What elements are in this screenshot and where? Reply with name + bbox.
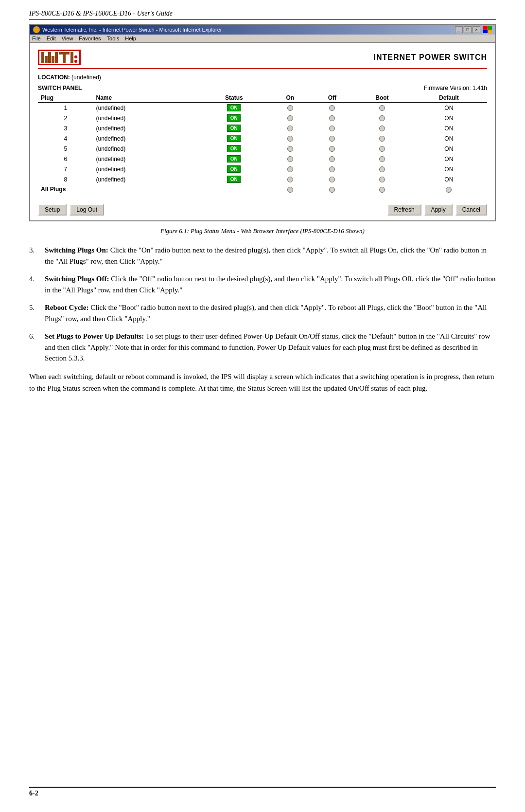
- radio-on-3[interactable]: [287, 126, 293, 131]
- plug-on-2[interactable]: [269, 113, 311, 123]
- radio-boot-7[interactable]: [379, 166, 385, 172]
- plug-off-5[interactable]: [311, 144, 354, 154]
- radio-on-1[interactable]: [287, 105, 293, 111]
- plug-name-2: (undefined): [93, 113, 198, 123]
- radio-on-4[interactable]: [287, 136, 293, 142]
- plug-off-6[interactable]: [311, 154, 354, 164]
- page-footer: 6-2: [29, 787, 496, 797]
- radio-boot-4[interactable]: [379, 136, 385, 142]
- plug-on-8[interactable]: [269, 174, 311, 184]
- radio-on-6[interactable]: [287, 156, 293, 162]
- radio-off-3[interactable]: [329, 126, 335, 131]
- plug-on-1[interactable]: [269, 103, 311, 113]
- setup-button[interactable]: Setup: [38, 204, 67, 216]
- radio-off-4[interactable]: [329, 136, 335, 142]
- table-row: 3 (undefined) ON ON: [38, 123, 487, 133]
- plug-num-8: 8: [38, 174, 93, 184]
- menu-file[interactable]: File: [32, 36, 41, 41]
- refresh-button[interactable]: Refresh: [387, 204, 421, 216]
- close-button[interactable]: ×: [472, 26, 480, 33]
- radio-off-8[interactable]: [329, 177, 335, 182]
- all-plugs-on-radio[interactable]: [287, 187, 293, 193]
- browser-controls: _ □ ×: [455, 26, 492, 33]
- col-header-boot: Boot: [353, 93, 410, 103]
- all-plugs-boot[interactable]: [353, 184, 410, 194]
- plug-name-1: (undefined): [93, 103, 198, 113]
- browser-content: INTERNET POWER SWITCH LOCATION: (undefin…: [30, 43, 495, 201]
- radio-off-5[interactable]: [329, 146, 335, 152]
- radio-off-7[interactable]: [329, 166, 335, 172]
- table-row: 1 (undefined) ON ON: [38, 103, 487, 113]
- all-plugs-on[interactable]: [269, 184, 311, 194]
- radio-boot-6[interactable]: [379, 156, 385, 162]
- page-number: 6-2: [29, 790, 38, 797]
- logo-dots: [74, 54, 77, 63]
- plug-on-5[interactable]: [269, 144, 311, 154]
- plug-on-7[interactable]: [269, 164, 311, 174]
- all-plugs-off[interactable]: [311, 184, 354, 194]
- plug-boot-8[interactable]: [353, 174, 410, 184]
- radio-boot-5[interactable]: [379, 146, 385, 152]
- plug-on-3[interactable]: [269, 123, 311, 133]
- cancel-button[interactable]: Cancel: [455, 204, 487, 216]
- windows-flag-icon: [483, 26, 492, 33]
- plug-off-3[interactable]: [311, 123, 354, 133]
- plug-on-6[interactable]: [269, 154, 311, 164]
- radio-on-2[interactable]: [287, 115, 293, 121]
- plug-num-3: 3: [38, 123, 93, 133]
- all-plugs-row: All Plugs: [38, 184, 487, 194]
- switch-panel-label: SWITCH PANEL: [38, 85, 82, 91]
- ie-icon: [33, 26, 40, 33]
- plug-num-4: 4: [38, 133, 93, 144]
- menu-view[interactable]: View: [62, 36, 73, 41]
- maximize-button[interactable]: □: [464, 26, 472, 33]
- plug-num-5: 5: [38, 144, 93, 154]
- radio-on-7[interactable]: [287, 166, 293, 172]
- plug-name-7: (undefined): [93, 164, 198, 174]
- table-row: 7 (undefined) ON ON: [38, 164, 487, 174]
- plug-default-4: ON: [411, 133, 487, 144]
- menu-tools[interactable]: Tools: [107, 36, 120, 41]
- radio-off-2[interactable]: [329, 115, 335, 121]
- status-badge-8: ON: [227, 176, 241, 183]
- radio-boot-3[interactable]: [379, 126, 385, 131]
- status-badge-7: ON: [227, 165, 241, 173]
- list-item-6: 6. Set Plugs to Power Up Defaults: To se…: [29, 331, 496, 364]
- plug-boot-1[interactable]: [353, 103, 410, 113]
- plug-boot-2[interactable]: [353, 113, 410, 123]
- plug-off-8[interactable]: [311, 174, 354, 184]
- plug-boot-3[interactable]: [353, 123, 410, 133]
- apply-button[interactable]: Apply: [424, 204, 453, 216]
- radio-off-6[interactable]: [329, 156, 335, 162]
- menu-favorites[interactable]: Favorites: [79, 36, 101, 41]
- plug-off-4[interactable]: [311, 133, 354, 144]
- plug-on-4[interactable]: [269, 133, 311, 144]
- plug-boot-7[interactable]: [353, 164, 410, 174]
- plug-num-1: 1: [38, 103, 93, 113]
- radio-off-1[interactable]: [329, 105, 335, 111]
- logout-button[interactable]: Log Out: [70, 204, 104, 216]
- plug-boot-5[interactable]: [353, 144, 410, 154]
- radio-boot-2[interactable]: [379, 115, 385, 121]
- radio-boot-1[interactable]: [379, 105, 385, 111]
- menu-edit[interactable]: Edit: [47, 36, 56, 41]
- location-label: LOCATION:: [38, 74, 70, 81]
- plug-boot-6[interactable]: [353, 154, 410, 164]
- plug-off-1[interactable]: [311, 103, 354, 113]
- all-plugs-boot-radio[interactable]: [379, 187, 385, 193]
- plug-num-7: 7: [38, 164, 93, 174]
- minimize-button[interactable]: _: [455, 26, 463, 33]
- plug-off-2[interactable]: [311, 113, 354, 123]
- radio-on-8[interactable]: [287, 177, 293, 182]
- radio-boot-8[interactable]: [379, 177, 385, 182]
- all-plugs-default-radio[interactable]: [446, 187, 452, 193]
- menu-help[interactable]: Help: [125, 36, 136, 41]
- all-plugs-default[interactable]: [411, 184, 487, 194]
- status-badge-2: ON: [227, 114, 241, 122]
- radio-on-5[interactable]: [287, 146, 293, 152]
- plug-boot-4[interactable]: [353, 133, 410, 144]
- all-plugs-off-radio[interactable]: [329, 187, 335, 193]
- list-item-4: 4. Switching Plugs Off: Click the "Off" …: [29, 273, 496, 295]
- item3-bold: Switching Plugs On:: [45, 246, 108, 254]
- plug-off-7[interactable]: [311, 164, 354, 174]
